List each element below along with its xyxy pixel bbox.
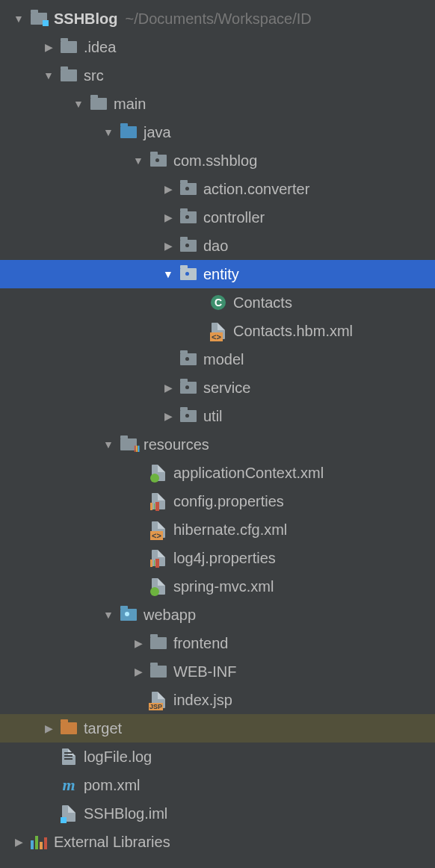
properties-file-icon [149, 494, 167, 509]
tree-item-contacts-class[interactable]: ▶ C Contacts [0, 288, 435, 317]
tree-item-external-libraries[interactable]: ▶ External Libraries [0, 828, 435, 856]
package-icon [179, 380, 197, 395]
chevron-right-icon[interactable]: ▶ [132, 637, 145, 649]
class-icon: C [209, 295, 227, 310]
tree-item-config-properties[interactable]: ▶ config.properties [0, 487, 435, 515]
tree-item-index-jsp[interactable]: ▶ index.jsp [0, 686, 435, 714]
folder-icon [149, 636, 167, 651]
chevron-right-icon[interactable]: ▶ [42, 41, 55, 53]
tree-item-spring-mvc-xml[interactable]: ▶ spring-mvc.xml [0, 572, 435, 601]
tree-item-hibernate-cfg[interactable]: ▶ hibernate.cfg.xml [0, 515, 435, 544]
properties-file-icon [149, 551, 167, 565]
chevron-right-icon[interactable]: ▶ [161, 211, 175, 223]
chevron-right-icon[interactable]: ▶ [161, 240, 175, 252]
source-folder-icon [120, 125, 138, 140]
chevron-right-icon[interactable]: ▶ [42, 722, 55, 734]
maven-file-icon: m [60, 778, 78, 793]
folder-icon [60, 68, 78, 83]
tree-item-pom-xml[interactable]: ▶ m pom.xml [0, 771, 435, 799]
web-folder-icon [120, 607, 138, 622]
tree-item-controller[interactable]: ▶ controller [0, 203, 435, 232]
resources-folder-icon [120, 437, 138, 452]
tree-item-frontend[interactable]: ▶ frontend [0, 629, 435, 657]
spring-file-icon [149, 579, 167, 594]
chevron-down-icon[interactable]: ▼ [12, 13, 25, 25]
text-file-icon [60, 749, 78, 764]
package-icon [179, 210, 197, 225]
package-icon [149, 153, 167, 168]
chevron-down-icon[interactable]: ▼ [161, 268, 175, 280]
package-icon [179, 352, 197, 367]
libraries-icon [30, 834, 48, 849]
chevron-right-icon[interactable]: ▶ [161, 382, 175, 394]
tree-item-webapp[interactable]: ▼ webapp [0, 601, 435, 629]
chevron-down-icon[interactable]: ▼ [72, 98, 85, 110]
folder-icon [90, 96, 108, 111]
tree-item-java[interactable]: ▼ java [0, 118, 435, 146]
tree-item-service[interactable]: ▶ service [0, 373, 435, 402]
tree-item-main[interactable]: ▼ main [0, 90, 435, 118]
chevron-right-icon[interactable]: ▶ [132, 666, 145, 678]
chevron-down-icon[interactable]: ▼ [102, 609, 115, 621]
tree-item-web-inf[interactable]: ▶ WEB-INF [0, 657, 435, 686]
xml-file-icon [149, 522, 167, 537]
chevron-right-icon[interactable]: ▶ [161, 183, 175, 195]
spring-file-icon [149, 465, 167, 480]
tree-item-src[interactable]: ▼ src [0, 61, 435, 90]
tree-item-appcontext-xml[interactable]: ▶ applicationContext.xml [0, 459, 435, 487]
package-icon [179, 182, 197, 196]
tree-item-entity[interactable]: ▼ entity [0, 260, 435, 288]
package-icon [179, 409, 197, 424]
tree-item-util[interactable]: ▶ util [0, 402, 435, 430]
tree-item-logfile[interactable]: ▶ logFile.log [0, 743, 435, 771]
tree-item-target[interactable]: ▶ target [0, 714, 435, 743]
project-name: SSHBlog [54, 10, 118, 28]
module-file-icon [60, 806, 78, 821]
tree-item-project-root[interactable]: ▼ SSHBlog ~/Documents/Workspace/ID [0, 4, 435, 33]
tree-item-package-root[interactable]: ▼ com.sshblog [0, 146, 435, 175]
package-icon [179, 267, 197, 282]
jsp-file-icon [149, 692, 167, 707]
tree-item-model[interactable]: ▶ model [0, 345, 435, 373]
tree-item-action-converter[interactable]: ▶ action.converter [0, 175, 435, 203]
chevron-down-icon[interactable]: ▼ [42, 69, 55, 81]
folder-icon [149, 664, 167, 679]
chevron-down-icon[interactable]: ▼ [102, 126, 115, 138]
tree-item-log4j-properties[interactable]: ▶ log4j.properties [0, 544, 435, 572]
tree-item-dao[interactable]: ▶ dao [0, 232, 435, 260]
project-tree[interactable]: ▼ SSHBlog ~/Documents/Workspace/ID ▶ .id… [0, 0, 435, 856]
project-path: ~/Documents/Workspace/ID [126, 10, 312, 28]
excluded-folder-icon [60, 721, 78, 736]
tree-item-iml[interactable]: ▶ SSHBlog.iml [0, 799, 435, 828]
chevron-right-icon[interactable]: ▶ [12, 836, 25, 848]
chevron-down-icon[interactable]: ▼ [102, 438, 115, 450]
module-folder-icon [30, 11, 48, 26]
tree-item-idea[interactable]: ▶ .idea [0, 33, 435, 61]
tree-item-resources[interactable]: ▼ resources [0, 430, 435, 459]
xml-file-icon [209, 323, 227, 338]
chevron-down-icon[interactable]: ▼ [132, 155, 145, 167]
folder-icon [60, 40, 78, 55]
tree-item-contacts-hbm[interactable]: ▶ Contacts.hbm.xml [0, 317, 435, 345]
chevron-right-icon[interactable]: ▶ [161, 410, 175, 422]
package-icon [179, 238, 197, 253]
